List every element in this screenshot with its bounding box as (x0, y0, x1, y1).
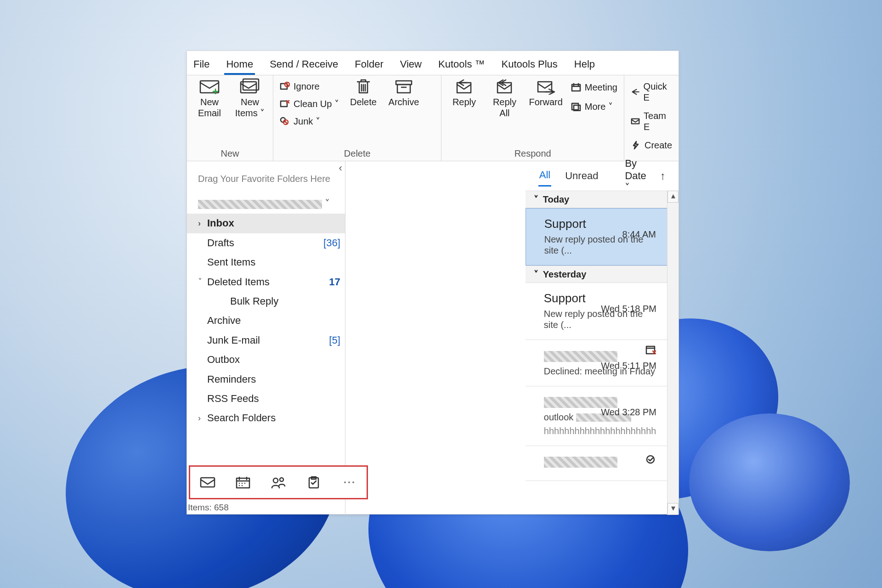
archive-label: Archive (389, 96, 419, 107)
expand-icon[interactable]: › (198, 219, 205, 229)
message-from (544, 454, 656, 469)
collapse-nav-icon[interactable]: ‹ (339, 162, 342, 174)
svg-rect-10 (457, 83, 471, 93)
message-preview: hhhhhhhhhhhhhhhhhhhhhh (544, 425, 656, 436)
more-label: More ˅ (585, 101, 613, 112)
sort-direction-icon[interactable]: ↑ (660, 170, 666, 183)
ignore-icon (280, 82, 290, 91)
folder-drafts[interactable]: Drafts[36] (187, 233, 345, 253)
folder-label: Search Folders (207, 412, 276, 424)
folder-label: Bulk Reply (230, 295, 278, 307)
scroll-down-icon[interactable]: ▾ (667, 503, 678, 515)
reply-button[interactable]: Reply (448, 78, 480, 107)
folder-label: Drafts (207, 237, 234, 249)
folder-label: Outbox (207, 354, 240, 366)
scrollbar[interactable]: ▴ ▾ (667, 191, 678, 515)
folder-search-folders[interactable]: ›Search Folders (187, 408, 345, 428)
delete-button[interactable]: Delete (347, 78, 379, 107)
ignore-button[interactable]: Ignore (280, 80, 339, 93)
junk-button[interactable]: Junk ˅ (280, 115, 339, 128)
ribbon: New Email New Items ˅ New Ignore Clean U… (187, 75, 678, 161)
ignore-label: Ignore (294, 81, 320, 92)
folder-label: Archive (207, 315, 241, 327)
more-button[interactable]: More ˅ (571, 100, 617, 113)
status-bar: Items: 658 (188, 503, 229, 513)
tab-folder[interactable]: Folder (353, 54, 385, 75)
filter-unread[interactable]: Unread (564, 166, 599, 186)
chevron-down-icon: ˅ (534, 194, 538, 205)
folder-label: Junk E-mail (207, 334, 260, 346)
svg-rect-12 (538, 82, 552, 92)
folder-reminders[interactable]: Reminders (187, 370, 345, 389)
folder-junk-e-mail[interactable]: Junk E-mail[5] (187, 331, 345, 350)
folder-archive[interactable]: Archive (187, 311, 345, 330)
reply-all-button[interactable]: Reply All (488, 78, 520, 119)
account-header[interactable]: ˅ (187, 194, 345, 214)
message-item[interactable]: SupportNew reply posted on the site (...… (526, 208, 667, 266)
folder-label: RSS Feeds (207, 393, 259, 405)
tab-file[interactable]: File (192, 54, 211, 75)
folder-label: Sent Items (207, 256, 255, 268)
message-item[interactable]: SupportNew reply posted on the site (...… (526, 283, 667, 340)
message-item[interactable]: Declined: meeting in FridayWed 5:11 PM (526, 340, 667, 386)
tab-kutools[interactable]: Kutools ™ (436, 54, 487, 75)
more-icon (571, 102, 581, 111)
group-header[interactable]: ˅Yesterday (526, 266, 667, 283)
cleanup-icon (280, 99, 290, 108)
message-time: Wed 5:18 PM (601, 303, 656, 314)
folder-deleted-items[interactable]: ˅Deleted Items17 (187, 272, 345, 292)
mail-nav-icon[interactable] (200, 476, 215, 489)
create-new-button[interactable]: Create (631, 139, 672, 152)
chevron-down-icon: ˅ (534, 269, 538, 280)
expand-icon[interactable]: › (198, 413, 205, 424)
svg-rect-18 (237, 478, 249, 488)
folder-label: Deleted Items (207, 276, 270, 288)
junk-label: Junk ˅ (294, 116, 320, 127)
tab-send-receive[interactable]: Send / Receive (268, 54, 340, 75)
archive-icon (393, 78, 414, 95)
message-item[interactable]: outlook hhhhhhhhhhhhhhhhhhhhhhWed 3:28 P… (526, 386, 667, 446)
calendar-nav-icon[interactable] (235, 476, 251, 489)
svg-rect-5 (281, 101, 287, 107)
people-nav-icon[interactable] (271, 476, 286, 489)
scroll-up-icon[interactable]: ▴ (667, 191, 678, 203)
group-label: Yesterday (543, 269, 587, 280)
forward-label: Forward (529, 96, 562, 107)
more-nav-icon[interactable] (341, 476, 357, 489)
group-label: Today (543, 194, 569, 205)
filter-all[interactable]: All (538, 165, 551, 186)
quick-steps-button[interactable]: Quick E (631, 80, 672, 104)
archive-button[interactable]: Archive (388, 78, 420, 107)
tab-home[interactable]: Home (224, 54, 255, 75)
team-email-button[interactable]: Team E (631, 109, 672, 133)
tab-kutools-plus[interactable]: Kutools Plus (500, 54, 560, 75)
new-email-button[interactable]: New Email (193, 78, 226, 119)
folder-outbox[interactable]: Outbox (187, 350, 345, 369)
forward-button[interactable]: Forward (529, 78, 562, 107)
trash-icon (353, 78, 374, 95)
new-items-button[interactable]: New Items ˅ (234, 78, 266, 119)
calendar-declined-icon (645, 345, 656, 357)
folder-count: 17 (329, 276, 340, 288)
ribbon-tabs: File Home Send / Receive Folder View Kut… (187, 51, 678, 75)
meeting-button[interactable]: Meeting (571, 81, 617, 94)
folder-bulk-reply[interactable]: Bulk Reply (187, 292, 345, 311)
folder-count: [5] (329, 334, 340, 346)
new-items-label: New Items ˅ (235, 96, 265, 119)
tab-help[interactable]: Help (572, 54, 597, 75)
navigation-bar (189, 465, 368, 499)
folder-sent-items[interactable]: Sent Items (187, 253, 345, 272)
expand-icon[interactable]: ˅ (198, 277, 205, 287)
tab-view[interactable]: View (398, 54, 424, 75)
svg-rect-16 (632, 119, 639, 124)
tasks-nav-icon[interactable] (306, 476, 322, 489)
folder-rss-feeds[interactable]: RSS Feeds (187, 389, 345, 408)
message-item[interactable] (526, 446, 667, 481)
svg-point-25 (353, 482, 353, 483)
create-label: Create (645, 140, 672, 151)
folder-inbox[interactable]: ›Inbox (187, 214, 345, 233)
svg-point-24 (349, 482, 349, 483)
folder-pane: ‹ Drag Your Favorite Folders Here ˅ ›Inb… (187, 161, 345, 515)
cleanup-button[interactable]: Clean Up ˅ (280, 97, 339, 110)
sort-by-date[interactable]: By Date ˅ (625, 158, 647, 194)
